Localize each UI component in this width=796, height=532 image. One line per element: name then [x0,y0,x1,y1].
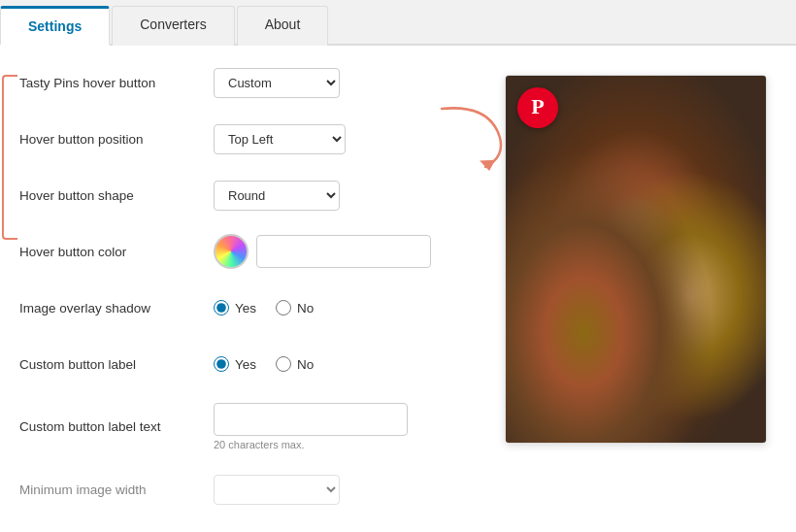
overlay-shadow-control: Yes No [214,300,476,316]
position-control: Top Left Top Right Bottom Left Bottom Ri… [214,124,476,154]
custom-label-control: Yes No [214,356,476,372]
hover-button-label: Tasty Pins hover button [19,76,214,90]
form-row-position: Hover button position Top Left Top Right… [19,121,476,156]
overlay-shadow-yes[interactable]: Yes [214,300,256,316]
label-text-control: 20 characters max. [214,403,476,450]
custom-label-yes[interactable]: Yes [214,356,256,372]
shape-label: Hover button shape [19,188,214,203]
custom-label-label: Custom button label [19,357,214,372]
color-wheel-picker[interactable] [214,234,249,269]
hover-button-select[interactable]: Custom Default None [214,68,340,98]
form-row-label-text: Custom button label text 20 characters m… [19,403,476,450]
tabs-bar: Settings Converters About [0,0,796,46]
overlay-shadow-label: Image overlay shadow [19,301,214,316]
form-row-shape: Hover button shape Round Square Rounded [19,178,476,213]
form-row-min-width: Minimum image width [19,472,476,507]
main-content: Tasty Pins hover button Custom Default N… [0,46,796,526]
color-label: Hover button color [19,245,214,259]
form-row-overlay-shadow: Image overlay shadow Yes No [19,290,476,325]
form-row-color: Hover button color [19,234,476,269]
custom-label-yes-label: Yes [235,357,256,372]
overlay-shadow-no-label: No [297,301,314,316]
color-text-input[interactable] [256,235,431,268]
custom-label-yes-radio[interactable] [214,356,229,372]
label-text-input[interactable] [214,403,408,436]
label-text-group: 20 characters max. [214,403,476,450]
pinterest-hover-button[interactable]: P [517,87,558,128]
tab-converters[interactable]: Converters [112,6,234,46]
shape-control: Round Square Rounded [214,181,476,211]
settings-panel: Tasty Pins hover button Custom Default N… [19,65,476,507]
tab-settings[interactable]: Settings [0,6,110,46]
custom-label-no-radio[interactable] [276,356,291,372]
custom-label-no-label: No [297,357,314,372]
min-width-select[interactable] [214,475,340,505]
label-text-label: Custom button label text [19,419,214,434]
position-select[interactable]: Top Left Top Right Bottom Left Bottom Ri… [214,124,346,154]
form-row-hover-button: Tasty Pins hover button Custom Default N… [19,65,476,100]
hover-button-control: Custom Default None [214,68,476,98]
min-width-control [214,475,476,505]
form-row-custom-label: Custom button label Yes No [19,347,476,382]
overlay-shadow-yes-label: Yes [235,301,256,316]
label-text-hint: 20 characters max. [214,439,476,450]
custom-label-no[interactable]: No [276,356,314,372]
position-label: Hover button position [19,132,214,147]
preview-panel: P [495,65,777,507]
shape-select[interactable]: Round Square Rounded [214,181,340,211]
tab-about[interactable]: About [237,6,329,46]
overlay-shadow-yes-radio[interactable] [214,300,229,316]
overlay-shadow-no[interactable]: No [276,300,314,316]
color-control [214,234,476,269]
dog-image [506,76,766,443]
custom-label-radio-group: Yes No [214,356,476,372]
overlay-shadow-no-radio[interactable] [276,300,291,316]
pinterest-icon: P [531,96,544,117]
min-width-label: Minimum image width [19,482,214,497]
bracket-decoration [2,75,17,240]
image-preview-wrapper: P [505,75,767,444]
overlay-shadow-radio-group: Yes No [214,300,476,316]
